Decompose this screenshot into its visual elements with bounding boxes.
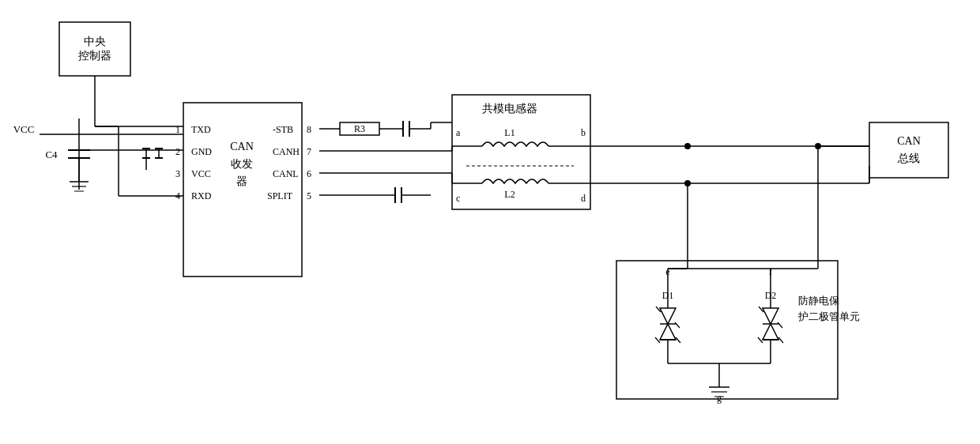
svg-text:c: c [456, 193, 460, 204]
svg-text:a: a [456, 127, 461, 138]
svg-rect-117 [869, 122, 948, 178]
svg-text:器: 器 [236, 175, 247, 187]
svg-text:R3: R3 [354, 123, 365, 134]
svg-text:L2: L2 [504, 189, 514, 200]
svg-text:CANL: CANL [273, 168, 299, 179]
svg-text:VCC: VCC [191, 168, 211, 179]
svg-text:防静电保: 防静电保 [798, 295, 839, 307]
svg-text:8: 8 [307, 124, 311, 135]
svg-rect-1 [59, 22, 130, 76]
svg-text:中央: 中央 [84, 36, 106, 47]
svg-text:g: g [717, 393, 722, 404]
svg-text:VCC: VCC [13, 123, 35, 135]
svg-text:控制器: 控制器 [78, 50, 111, 62]
svg-text:TXD: TXD [191, 124, 211, 135]
svg-text:SPLIT: SPLIT [267, 190, 293, 201]
svg-text:GND: GND [191, 146, 212, 157]
svg-text:3: 3 [175, 168, 180, 179]
svg-text:-STB: -STB [273, 124, 293, 135]
svg-text:2: 2 [175, 146, 180, 157]
svg-text:CAN: CAN [897, 135, 921, 147]
svg-text:6: 6 [307, 168, 311, 179]
svg-rect-79 [616, 261, 838, 399]
svg-text:共模电感器: 共模电感器 [482, 103, 537, 115]
svg-text:CAN: CAN [230, 141, 254, 152]
svg-text:CANH: CANH [273, 146, 300, 157]
svg-text:5: 5 [307, 190, 311, 201]
svg-text:d: d [581, 193, 586, 204]
svg-text:b: b [581, 127, 586, 138]
svg-text:RXD: RXD [191, 190, 212, 201]
svg-text:护二极管单元: 护二极管单元 [797, 310, 860, 322]
svg-point-76 [684, 143, 691, 149]
svg-text:1: 1 [175, 124, 180, 135]
svg-text:7: 7 [307, 146, 311, 157]
circuit-diagram: 中央 控制器 VCC C4 TXD 1 GND 2 VCC 3 RXD 4 CA… [0, 0, 980, 444]
svg-text:L1: L1 [504, 127, 514, 138]
svg-text:收发: 收发 [231, 158, 253, 170]
svg-text:总线: 总线 [897, 152, 920, 164]
svg-text:C4: C4 [45, 149, 58, 160]
